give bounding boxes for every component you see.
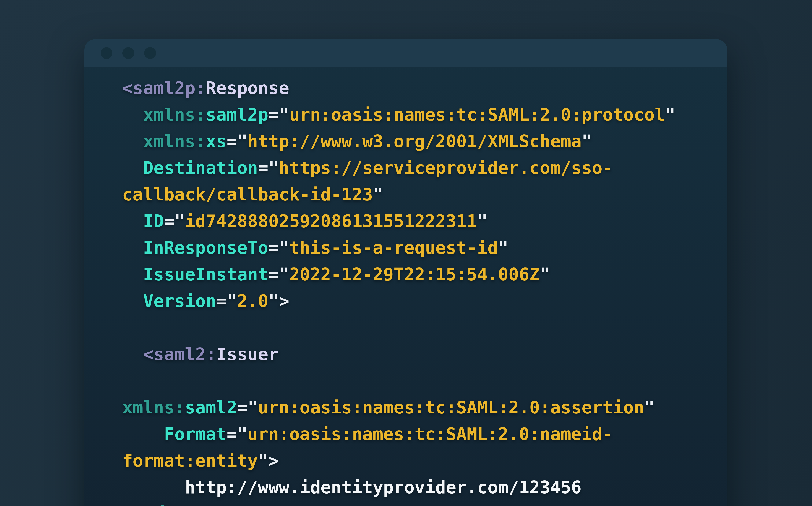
code-token: saml2p xyxy=(206,105,268,124)
code-token xyxy=(122,424,164,444)
code-line: callback/callback-id-123" xyxy=(122,181,721,208)
code-editor[interactable]: <saml2p:Response xmlns:saml2p="urn:oasis… xyxy=(84,67,727,501)
code-token: format:entity xyxy=(122,451,258,471)
code-token xyxy=(122,105,143,124)
code-token: <saml2: xyxy=(143,344,216,364)
code-line: Format="urn:oasis:names:tc:SAML:2.0:name… xyxy=(122,421,721,447)
window-control-minimize-button[interactable] xyxy=(123,47,134,59)
desktop-background: <saml2p:Response xmlns:saml2p="urn:oasis… xyxy=(0,0,812,506)
code-token xyxy=(122,131,143,151)
code-token: " xyxy=(540,264,550,284)
code-token: http://www.identityprovider.com/123456 xyxy=(185,477,582,497)
code-line: xmlns:saml2="urn:oasis:names:tc:SAML:2.0… xyxy=(122,394,721,421)
code-token: xs xyxy=(206,131,227,151)
code-token: this-is-a-request-id xyxy=(289,238,498,258)
code-token: " xyxy=(498,238,508,258)
code-token: "> xyxy=(258,451,279,471)
code-token: =" xyxy=(268,238,289,258)
code-token: <saml2p: xyxy=(122,78,206,98)
code-token: urn:oasis:names:tc:SAML:2.0:assertion xyxy=(258,398,644,417)
code-token: 2.0 xyxy=(237,291,268,311)
code-line xyxy=(122,367,721,394)
code-token: "> xyxy=(268,291,289,311)
code-token: Version xyxy=(143,291,216,311)
code-line xyxy=(122,314,721,341)
code-token: https://serviceprovider.com/sso- xyxy=(279,158,613,178)
code-line: http://www.identityprovider.com/123456 xyxy=(122,474,721,501)
code-token: urn:oasis:names:tc:SAML:2.0:protocol xyxy=(289,105,665,124)
code-token xyxy=(122,264,143,284)
window-titlebar[interactable] xyxy=(84,39,727,67)
code-token xyxy=(122,158,143,178)
code-token: =" xyxy=(237,398,258,417)
window-control-zoom-button[interactable] xyxy=(144,47,156,59)
code-line: xmlns:saml2p="urn:oasis:names:tc:SAML:2.… xyxy=(122,101,721,128)
code-line: InResponseTo="this-is-a-request-id" xyxy=(122,235,721,261)
code-token: =" xyxy=(258,158,279,178)
code-token: Destination xyxy=(143,158,258,178)
code-token: " xyxy=(665,105,675,124)
code-token: callback/callback-id-123 xyxy=(122,184,373,204)
code-line: xmlns:xs="http://www.w3.org/2001/XMLSche… xyxy=(122,128,721,155)
code-token: " xyxy=(477,211,488,231)
code-token: IssueInstant xyxy=(143,264,268,284)
code-line: ID="id74288802592086131551222311" xyxy=(122,208,721,235)
code-token: =" xyxy=(227,424,247,444)
code-token: xmlns: xyxy=(122,398,185,417)
code-token: Response xyxy=(206,78,289,98)
code-window: <saml2p:Response xmlns:saml2p="urn:oasis… xyxy=(84,39,727,506)
code-line: Destination="https://serviceprovider.com… xyxy=(122,155,721,181)
code-token: Format xyxy=(164,424,226,444)
code-line: <saml2p:Response xyxy=(122,75,721,101)
code-token: InResponseTo xyxy=(143,238,268,258)
code-token: http://www.w3.org/2001/XMLSchema xyxy=(247,131,582,151)
code-token: urn:oasis:names:tc:SAML:2.0:nameid- xyxy=(247,424,613,444)
code-line: Version="2.0"> xyxy=(122,288,721,314)
code-line: format:entity"> xyxy=(122,447,721,474)
code-token: id74288802592086131551222311 xyxy=(185,211,477,231)
code-token: =" xyxy=(164,211,185,231)
code-token: " xyxy=(582,131,592,151)
partially-visible-next-line-glyph xyxy=(161,505,164,506)
code-token: saml2 xyxy=(185,398,237,417)
code-line: <saml2:Issuer xyxy=(122,341,721,367)
code-token xyxy=(122,238,143,258)
code-token: xmlns: xyxy=(143,105,206,124)
code-token xyxy=(122,344,143,364)
code-token: " xyxy=(644,398,655,417)
code-token: =" xyxy=(227,131,247,151)
code-line: IssueInstant="2022-12-29T22:15:54.006Z" xyxy=(122,261,721,288)
code-token: =" xyxy=(268,264,289,284)
code-token xyxy=(122,477,185,497)
code-token: " xyxy=(373,184,383,204)
code-token: =" xyxy=(268,105,289,124)
code-token: Issuer xyxy=(216,344,279,364)
code-token: xmlns: xyxy=(143,131,206,151)
window-control-close-button[interactable] xyxy=(101,47,113,59)
code-token xyxy=(122,211,143,231)
code-token: 2022-12-29T22:15:54.006Z xyxy=(289,264,540,284)
code-token xyxy=(122,291,143,311)
code-token: =" xyxy=(216,291,237,311)
code-token: ID xyxy=(143,211,164,231)
